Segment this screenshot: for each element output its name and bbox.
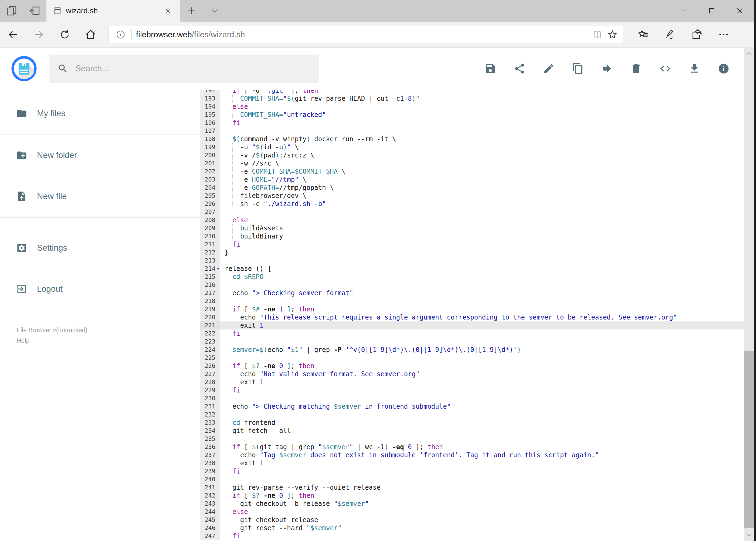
delete-button[interactable] — [630, 63, 642, 75]
new-tab-icon[interactable] — [180, 0, 203, 22]
code-line[interactable]: 195 COMMIT_SHA="untracked" — [200, 111, 754, 119]
code-line[interactable]: 224 semver=$(echo "$1" | grep -P '^v(0|[… — [200, 346, 754, 354]
code-line[interactable]: 201 -w //src \ — [200, 159, 754, 168]
code-line[interactable]: 217 echo "> Checking semver format" — [200, 289, 754, 297]
code-line[interactable]: 192 if [ -d ".git" ]; then — [200, 90, 754, 95]
code-line[interactable]: 200 -v /$(pwd):/src:z \ — [200, 151, 754, 159]
code-line[interactable]: 222 fi — [200, 329, 754, 337]
code-line[interactable]: 205 filebrowser/dev \ — [200, 192, 754, 200]
code-line[interactable]: 227 echo "Not valid semver format. See s… — [200, 370, 754, 378]
hub-favorites-icon[interactable] — [630, 22, 657, 48]
code-line[interactable]: 214release () { — [200, 265, 754, 273]
sidebar-item-my-files[interactable]: My files — [0, 104, 200, 123]
code-line[interactable]: 238 exit 1 — [200, 459, 754, 467]
code-line[interactable]: 210 buildBinary — [200, 232, 754, 241]
tab-preview-icon[interactable] — [0, 0, 23, 22]
code-line[interactable]: 211 fi — [200, 241, 754, 249]
browser-tab[interactable]: wizard.sh — [46, 0, 180, 22]
code-line[interactable]: 196 fi — [200, 119, 754, 127]
code-line[interactable]: 237 echo "Tag $semver does not exist in … — [200, 451, 754, 459]
code-line[interactable]: 216 — [200, 281, 754, 289]
page-scrollbar[interactable] — [744, 48, 754, 541]
close-window-icon[interactable] — [726, 0, 754, 22]
share-page-icon[interactable] — [683, 22, 710, 48]
search-input[interactable] — [75, 64, 311, 74]
code-line[interactable]: 215 cd $REPO — [200, 273, 754, 281]
home-icon[interactable] — [78, 22, 104, 48]
code-line[interactable]: 241 git rev-parse --verify --quiet relea… — [200, 483, 754, 492]
code-line[interactable]: 194 else — [200, 103, 754, 111]
code-line[interactable]: 236 if [ $(git tag | grep "$semver" | wc… — [200, 443, 754, 451]
minimize-icon[interactable] — [670, 0, 698, 22]
code-line[interactable]: 198 $(command -v winpty) docker run --rm… — [200, 135, 754, 143]
code-line[interactable]: 239 fi — [200, 467, 754, 475]
copy-button[interactable] — [572, 63, 584, 75]
more-menu-icon[interactable] — [710, 22, 737, 48]
tab-close-icon[interactable] — [160, 7, 175, 14]
save-button[interactable] — [484, 63, 496, 75]
code-line[interactable]: 221 exit 1 — [200, 321, 754, 329]
maximize-icon[interactable] — [698, 0, 726, 22]
code-line[interactable]: 206 sh -c "./wizard.sh -b" — [200, 200, 754, 208]
code-line[interactable]: 228 exit 1 — [200, 378, 754, 386]
favorite-star-icon[interactable] — [605, 29, 620, 40]
code-line[interactable]: 234 git fetch --all — [200, 427, 754, 435]
code-line[interactable]: 243 git checkout -b release "$semver" — [200, 500, 754, 508]
code-editor[interactable]: 192 if [ -d ".git" ]; then193 COMMIT_SHA… — [200, 90, 754, 540]
code-line[interactable]: 209 buildAssets — [200, 224, 754, 232]
code-line[interactable]: 220 echo "This release script requires a… — [200, 313, 754, 321]
code-line[interactable]: 199 -u "$(id -u)" \ — [200, 143, 754, 151]
info-button[interactable] — [718, 63, 730, 75]
annotate-pen-icon[interactable] — [657, 22, 683, 48]
code-line[interactable]: 230 — [200, 394, 754, 402]
code-line[interactable]: 226 if [ $? -ne 0 ]; then — [200, 362, 754, 370]
code-line[interactable]: 219 if [ $# -ne 1 ]; then — [200, 305, 754, 313]
code-line[interactable]: 246 git reset --hard "$semver" — [200, 524, 754, 532]
scroll-up-icon[interactable] — [744, 48, 754, 59]
code-line[interactable]: 202 -e COMMIT_SHA=$COMMIT_SHA \ — [200, 168, 754, 176]
code-line[interactable]: 240 — [200, 475, 754, 483]
scrollbar-thumb[interactable] — [744, 351, 754, 528]
download-button[interactable] — [688, 63, 700, 75]
code-line[interactable]: 197 — [200, 127, 754, 135]
code-line[interactable]: 244 else — [200, 508, 754, 516]
refresh-icon[interactable] — [52, 22, 78, 48]
tab-dropdown-icon[interactable] — [203, 0, 226, 22]
sidebar-item-new-folder[interactable]: New folder — [0, 146, 200, 165]
forward-icon[interactable] — [26, 22, 52, 48]
code-line[interactable]: 193 COMMIT_SHA="$(git rev-parse HEAD | c… — [200, 95, 754, 103]
code-line[interactable]: 218 — [200, 297, 754, 305]
code-line[interactable]: 229 fi — [200, 386, 754, 394]
code-line[interactable]: 213 — [200, 257, 754, 265]
sidebar-item-new-file[interactable]: New file — [0, 187, 200, 206]
code-line[interactable]: 207 — [200, 208, 754, 216]
code-line[interactable]: 204 -e GOPATH=//tmp/gopath \ — [200, 184, 754, 192]
code-line[interactable]: 203 -e HOME="//tmp" \ — [200, 176, 754, 184]
fold-arrow-icon[interactable] — [216, 268, 220, 272]
code-line[interactable]: 247 fi — [200, 532, 754, 540]
code-line[interactable]: 232 — [200, 410, 754, 419]
help-link[interactable]: Help — [17, 335, 200, 346]
page-info-icon[interactable] — [113, 29, 128, 40]
set-aside-tabs-icon[interactable] — [23, 0, 46, 22]
code-line[interactable]: 235 — [200, 435, 754, 443]
url-bar[interactable]: filebrowser.web/files/wizard.sh — [109, 26, 623, 43]
filebrowser-logo-icon[interactable] — [11, 56, 37, 82]
code-line[interactable]: 245 git checkout release — [200, 516, 754, 524]
code-line[interactable]: 231 echo "> Checking matching $semver in… — [200, 402, 754, 410]
move-button[interactable] — [601, 63, 613, 75]
code-view-button[interactable] — [659, 63, 671, 75]
scroll-down-icon[interactable] — [744, 530, 754, 540]
back-icon[interactable] — [0, 22, 26, 48]
code-line[interactable]: 242 if [ $? -ne 0 ]; then — [200, 492, 754, 500]
code-line[interactable]: 223 — [200, 337, 754, 346]
code-line[interactable]: 233 cd frontend — [200, 419, 754, 427]
code-line[interactable]: 208 else — [200, 216, 754, 224]
sidebar-item-settings[interactable]: Settings — [0, 238, 200, 258]
code-line[interactable]: 225 — [200, 354, 754, 362]
edit-button[interactable] — [543, 63, 555, 75]
code-line[interactable]: 212} — [200, 249, 754, 257]
sidebar-item-logout[interactable]: Logout — [0, 279, 200, 299]
reading-view-icon[interactable] — [590, 29, 605, 40]
search-box[interactable] — [49, 55, 319, 83]
